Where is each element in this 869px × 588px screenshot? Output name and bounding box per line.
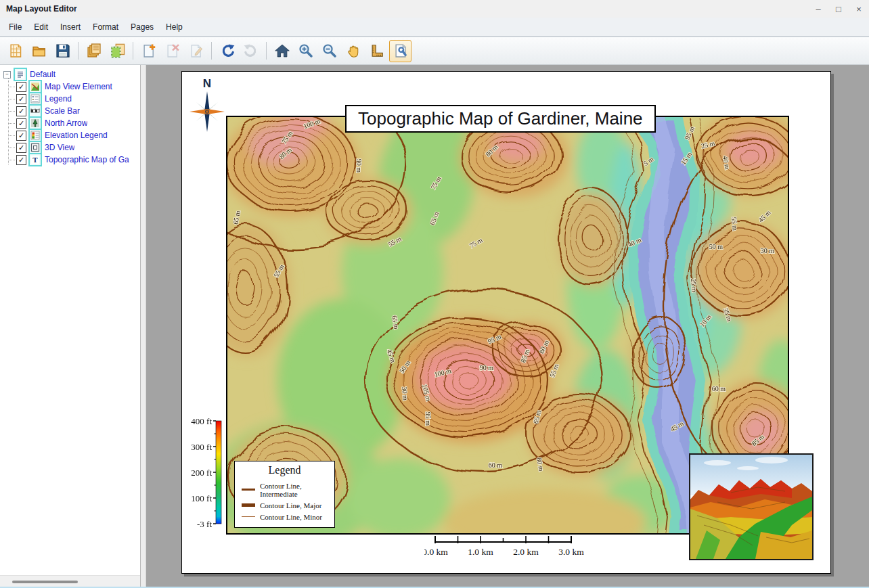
- svg-text:55 m: 55 m: [730, 217, 739, 231]
- menu-insert[interactable]: Insert: [54, 20, 87, 35]
- layout-canvas[interactable]: N Topographic Map of Gardiner, Maine: [146, 65, 869, 588]
- legend-title: Legend: [235, 461, 334, 480]
- zoom-in-button[interactable]: [294, 40, 317, 62]
- pan-button[interactable]: [342, 40, 364, 62]
- north-label: N: [203, 77, 211, 90]
- open-icon: [32, 43, 47, 58]
- legend-item-label: Contour Line, Major: [260, 501, 321, 510]
- visibility-checkbox[interactable]: ✓: [16, 143, 26, 153]
- maximize-button[interactable]: □: [828, 1, 849, 16]
- close-button[interactable]: ×: [849, 1, 869, 16]
- compass-rose-icon: [190, 91, 225, 132]
- svg-text:90 m: 90 m: [480, 364, 494, 371]
- scale-bar-icon: [28, 104, 42, 118]
- north-arrow-element[interactable]: N: [187, 75, 227, 137]
- elevation-legend-element[interactable]: 400 ft300 ft200 ft100 ft-3 ft: [183, 417, 228, 536]
- tree-item-label: 3D View: [45, 143, 74, 152]
- menu-edit[interactable]: Edit: [28, 20, 54, 35]
- tree-item-label: Elevation Legend: [45, 131, 108, 140]
- tree-item-map-view-element[interactable]: ✓Map View Element: [0, 81, 140, 93]
- contour-line-swatch: [242, 503, 255, 507]
- svg-text:25 m: 25 m: [690, 278, 698, 292]
- visibility-checkbox[interactable]: ✓: [16, 118, 26, 129]
- open-button[interactable]: [28, 40, 50, 62]
- tree-item-legend[interactable]: ✓Legend: [0, 93, 140, 105]
- visibility-checkbox[interactable]: ✓: [16, 106, 26, 116]
- tree-connector: [9, 87, 15, 87]
- pan-icon: [346, 43, 361, 58]
- svg-text:100 ft: 100 ft: [191, 493, 212, 503]
- tree-item-topographic-map-of-ga[interactable]: ✓TTopographic Map of Ga: [0, 154, 140, 166]
- save-button[interactable]: [51, 40, 74, 62]
- minimize-button[interactable]: –: [808, 1, 828, 16]
- svg-text:60 m: 60 m: [712, 385, 726, 392]
- legend-item-label: Contour Line, Minor: [260, 513, 322, 521]
- 3d-view-element[interactable]: [689, 453, 814, 560]
- svg-text:400 ft: 400 ft: [191, 417, 212, 426]
- scale-bar-element[interactable]: 0.0 km1.0 km2.0 km3.0 km: [424, 534, 587, 566]
- duplicate-pages-button[interactable]: [83, 40, 105, 62]
- visibility-checkbox[interactable]: ✓: [16, 82, 26, 92]
- visibility-checkbox[interactable]: ✓: [16, 131, 26, 141]
- tree-connector: [9, 111, 15, 112]
- tree-item-3d-view[interactable]: ✓3D View: [0, 141, 140, 154]
- tree-root-default[interactable]: −Default: [0, 68, 140, 81]
- svg-text:95 m: 95 m: [424, 412, 432, 426]
- menu-help[interactable]: Help: [160, 20, 189, 35]
- toolbar-separator: [211, 42, 212, 60]
- legend-element[interactable]: Legend Contour Line, IntermediateContour…: [234, 461, 335, 528]
- elevation-ticks: [213, 421, 216, 524]
- svg-text:3.0 km: 3.0 km: [558, 547, 584, 557]
- tree-item-north-arrow[interactable]: ✓North Arrow: [0, 117, 140, 129]
- expander-icon[interactable]: −: [3, 71, 11, 78]
- add-page-button[interactable]: [137, 40, 160, 62]
- legend-item-label: Contour Line, Intermediate: [260, 482, 334, 498]
- zoom-in-icon: [298, 43, 313, 58]
- home-button[interactable]: [271, 40, 293, 62]
- menu-format[interactable]: Format: [87, 20, 125, 35]
- layout-page[interactable]: N Topographic Map of Gardiner, Maine: [181, 71, 831, 574]
- page-selection-button[interactable]: [106, 40, 129, 62]
- tree-horizontal-scrollbar[interactable]: [0, 575, 140, 588]
- scrollbar-thumb[interactable]: [12, 581, 78, 583]
- text-icon: T: [28, 153, 42, 166]
- svg-text:1.0 km: 1.0 km: [468, 547, 493, 557]
- contour-line-swatch: [242, 489, 255, 491]
- svg-text:90 m: 90 m: [355, 159, 363, 173]
- scale-bar-graphic: [435, 536, 571, 543]
- delete-page-icon: [165, 43, 180, 58]
- window-controls: –□×: [808, 1, 869, 16]
- svg-text:30 m: 30 m: [401, 386, 409, 401]
- ruler-button[interactable]: [365, 40, 388, 62]
- menu-file[interactable]: File: [3, 20, 28, 35]
- delete-page-button[interactable]: [161, 40, 183, 62]
- add-page-icon: [141, 43, 156, 58]
- map-title-element[interactable]: Topographic Map of Gardiner, Maine: [345, 105, 656, 133]
- tree-rows: −Default✓Map View Element✓Legend✓Scale B…: [0, 68, 140, 166]
- layout-list-icon: [14, 68, 27, 81]
- svg-text:60 m: 60 m: [489, 461, 503, 469]
- zoom-out-button[interactable]: [318, 40, 340, 62]
- visibility-checkbox[interactable]: ✓: [16, 155, 26, 165]
- edit-page-button[interactable]: [185, 40, 207, 62]
- new-layout-button[interactable]: [4, 40, 26, 62]
- scale-bar-labels: 0.0 km1.0 km2.0 km3.0 km: [424, 547, 584, 557]
- tree-item-label: Topographic Map of Ga: [45, 155, 129, 164]
- properties-button[interactable]: [389, 40, 411, 62]
- svg-text:300 ft: 300 ft: [191, 442, 212, 452]
- undo-button[interactable]: [216, 40, 238, 62]
- panel-splitter[interactable]: [141, 65, 146, 588]
- redo-button[interactable]: [240, 40, 262, 62]
- tree-item-label: Scale Bar: [45, 106, 80, 116]
- svg-text:T: T: [32, 156, 38, 164]
- map-layout-editor-window: Map Layout Editor –□× FileEditInsertForm…: [0, 0, 869, 588]
- tree-item-scale-bar[interactable]: ✓Scale Bar: [0, 105, 140, 117]
- legend-item: Contour Line, Intermediate: [235, 480, 334, 499]
- visibility-checkbox[interactable]: ✓: [16, 94, 26, 104]
- menu-pages[interactable]: Pages: [125, 20, 160, 35]
- legend-icon: [28, 92, 42, 106]
- elevation-legend-icon: [28, 129, 42, 142]
- svg-text:0.0 km: 0.0 km: [424, 547, 448, 557]
- svg-text:200 ft: 200 ft: [191, 468, 212, 478]
- tree-item-elevation-legend[interactable]: ✓Elevation Legend: [0, 129, 140, 141]
